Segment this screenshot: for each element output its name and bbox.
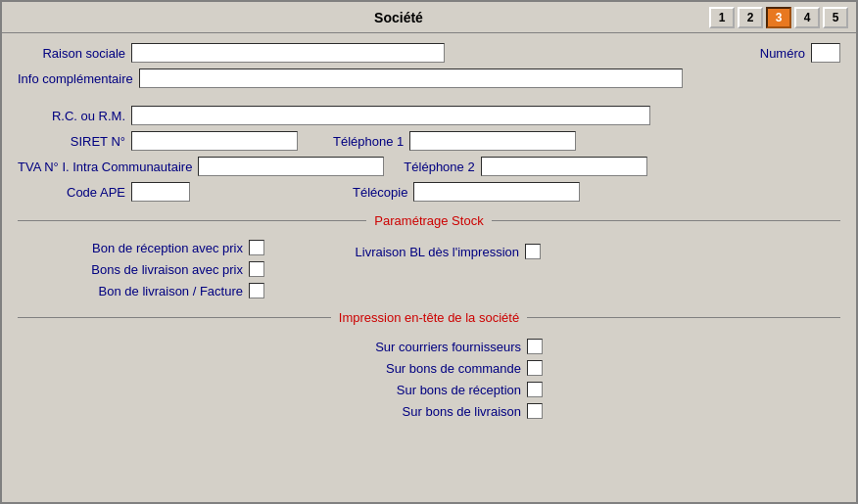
sur-bons-reception-label: Sur bons de réception [315, 383, 521, 397]
info-complementaire-label: Info complémentaire [18, 71, 133, 86]
livraison-bl-row: Livraison BL dès l'impression [304, 244, 541, 259]
bon-reception-row: Bon de réception avec prix [18, 240, 264, 255]
bon-livraison-facture-checkbox[interactable] [249, 283, 264, 298]
telephone1-label: Téléphone 1 [333, 134, 404, 149]
ape-telecopie-row: Code APE Télécopie [18, 182, 840, 202]
sur-bons-commande-checkbox[interactable] [527, 360, 543, 376]
info-complementaire-row: Info complémentaire [18, 69, 840, 88]
tab-3[interactable]: 3 [766, 7, 791, 28]
tva-label: TVA N° I. Intra Communautaire [18, 160, 192, 174]
raison-sociale-input[interactable] [131, 43, 445, 63]
bon-livraison-facture-label: Bon de livraison / Facture [18, 284, 243, 298]
livraison-bl-checkbox[interactable] [525, 244, 541, 259]
rc-rm-input[interactable] [131, 106, 650, 125]
checkboxes-left: Bon de réception avec prix Bons de livra… [18, 240, 264, 298]
telephone2-input[interactable] [481, 157, 647, 176]
raison-sociale-label: Raison sociale [18, 46, 125, 61]
checkboxes-right: Livraison BL dès l'impression [304, 244, 541, 298]
impression-entete-title: Impression en-tête de la société [331, 310, 527, 325]
divider-line-right2 [527, 317, 840, 318]
code-ape-input[interactable] [131, 182, 190, 202]
telecopie-label: Télécopie [353, 185, 407, 200]
sur-bons-commande-label: Sur bons de commande [315, 361, 521, 376]
sur-bons-livraison-row: Sur bons de livraison [18, 403, 840, 419]
form-content: Raison sociale Numéro Info complémentair… [2, 33, 856, 502]
sur-bons-livraison-checkbox[interactable] [527, 403, 543, 419]
bons-livraison-row: Bons de livraison avec prix [18, 261, 264, 277]
impression-section: Sur courriers fournisseurs Sur bons de c… [18, 335, 840, 423]
sur-courriers-row: Sur courriers fournisseurs [18, 339, 840, 354]
telecopie-input[interactable] [413, 182, 580, 202]
parametrage-area: Bon de réception avec prix Bons de livra… [18, 240, 840, 298]
window-title: Société [88, 10, 709, 25]
divider-line-left [18, 220, 366, 221]
tab-buttons: 1 2 3 4 5 [709, 7, 848, 28]
tva-input[interactable] [198, 157, 384, 176]
sur-bons-reception-row: Sur bons de réception [18, 382, 840, 397]
divider-line-left2 [18, 317, 331, 318]
bons-livraison-checkbox[interactable] [249, 261, 264, 277]
numero-input[interactable] [811, 43, 840, 63]
telephone2-label: Téléphone 2 [404, 160, 474, 174]
title-bar: Société 1 2 3 4 5 [2, 2, 856, 33]
rc-rm-label: R.C. ou R.M. [18, 109, 125, 123]
livraison-bl-label: Livraison BL dès l'impression [304, 245, 519, 259]
divider-line-right [492, 220, 840, 221]
parametrage-stock-title: Paramétrage Stock [366, 213, 491, 228]
sur-courriers-checkbox[interactable] [527, 339, 543, 354]
numero-label: Numéro [760, 46, 805, 61]
sur-bons-livraison-label: Sur bons de livraison [315, 404, 521, 419]
tab-5[interactable]: 5 [823, 7, 848, 28]
main-window: Société 1 2 3 4 5 Raison sociale Numéro … [0, 0, 858, 504]
rc-rm-row: R.C. ou R.M. [18, 106, 840, 125]
sur-courriers-label: Sur courriers fournisseurs [315, 340, 521, 354]
siret-input[interactable] [131, 131, 298, 151]
tab-4[interactable]: 4 [794, 7, 820, 28]
parametrage-stock-divider: Paramétrage Stock [18, 213, 840, 228]
raison-sociale-row: Raison sociale Numéro [18, 43, 840, 63]
sur-bons-commande-row: Sur bons de commande [18, 360, 840, 376]
bon-reception-label: Bon de réception avec prix [18, 241, 243, 255]
tab-2[interactable]: 2 [738, 7, 763, 28]
bons-livraison-label: Bons de livraison avec prix [18, 262, 243, 277]
sur-bons-reception-checkbox[interactable] [527, 382, 543, 397]
impression-entete-divider: Impression en-tête de la société [18, 310, 840, 325]
siret-tel1-row: SIRET N° Téléphone 1 [18, 131, 840, 151]
bon-reception-checkbox[interactable] [249, 240, 264, 255]
info-complementaire-input[interactable] [139, 69, 683, 88]
telephone1-input[interactable] [409, 131, 576, 151]
bon-livraison-facture-row: Bon de livraison / Facture [18, 283, 264, 298]
siret-label: SIRET N° [18, 134, 125, 149]
tva-tel2-row: TVA N° I. Intra Communautaire Téléphone … [18, 157, 840, 176]
code-ape-label: Code APE [18, 185, 125, 200]
tab-1[interactable]: 1 [709, 7, 735, 28]
